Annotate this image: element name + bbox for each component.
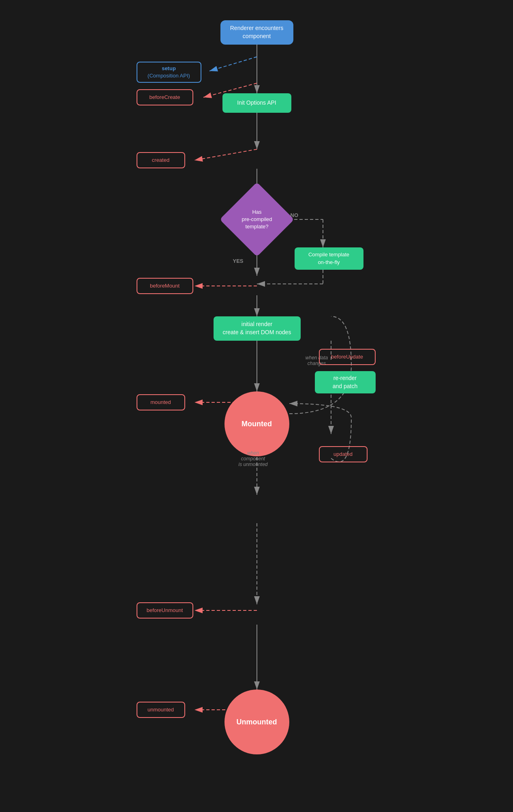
- when-unmounted-label: whencomponentis unmounted: [233, 450, 274, 467]
- init-options-box: Init Options API: [222, 93, 291, 113]
- before-update-box: beforeUpdate: [319, 349, 376, 365]
- lifecycle-diagram: Renderer encounters component setup(Comp…: [128, 8, 385, 803]
- yes-label: YES: [233, 258, 244, 264]
- created-box: created: [137, 152, 185, 168]
- compile-template-box: Compile templateon-the-fly: [295, 247, 363, 270]
- svg-line-15: [195, 149, 257, 160]
- updated-box: updated: [319, 446, 368, 462]
- renderer-box: Renderer encounters component: [220, 20, 293, 45]
- unmounted-hook-box: unmounted: [137, 702, 185, 718]
- before-create-box: beforeCreate: [137, 89, 193, 105]
- rerender-box: re-renderand patch: [315, 371, 376, 393]
- no-label: NO: [291, 212, 299, 218]
- template-diamond-text: Haspre-compiledtemplate?: [228, 193, 286, 246]
- setup-label: setup(Composition API): [147, 65, 190, 79]
- svg-line-13: [209, 57, 257, 71]
- mounted-circle: Mounted: [224, 391, 289, 456]
- initial-render-box: initial rendercreate & insert DOM nodes: [214, 316, 301, 341]
- setup-box: setup(Composition API): [137, 62, 201, 83]
- before-unmount-box: beforeUnmount: [137, 602, 193, 619]
- mounted-hook-box: mounted: [137, 394, 185, 410]
- before-mount-box: beforeMount: [137, 278, 193, 294]
- unmounted-circle: Unmounted: [224, 690, 289, 754]
